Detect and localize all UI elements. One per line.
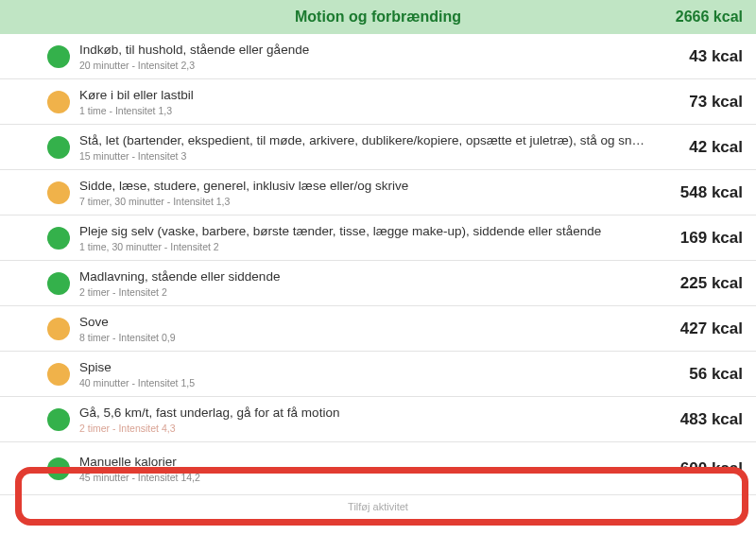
activity-kcal: 56 kcal [674,365,743,384]
activity-kcal: 73 kcal [674,93,743,112]
activity-title: Spise [79,359,674,376]
activity-subtitle: 1 time - Intensitet 1,3 [79,105,674,116]
panel-total: 2666 kcal [676,9,743,26]
activity-row[interactable]: Indkøb, til hushold, stående eller gåend… [0,34,756,79]
activity-subtitle: 8 timer - Intensitet 0,9 [79,332,665,343]
activity-kcal: 548 kcal [665,183,743,202]
activity-title: Stå, let (bartender, ekspedient, til mød… [79,132,674,149]
activity-subtitle: 20 minutter - Intensitet 2,3 [79,60,674,71]
activity-title: Indkøb, til hushold, stående eller gåend… [79,42,674,59]
activity-row[interactable]: Pleje sig selv (vaske, barbere, børste t… [0,216,756,261]
activity-body: Sidde, læse, studere, generel, inklusiv … [47,178,665,207]
intensity-dot-icon [47,408,70,431]
activity-row[interactable]: Spise 40 minutter - Intensitet 1,5 56 kc… [0,352,756,397]
add-activity-button[interactable]: Tilføj aktivitet [0,495,756,512]
activity-body: Sove 8 timer - Intensitet 0,9 [47,314,665,343]
intensity-dot-icon [47,272,70,295]
activity-row[interactable]: Madlavning, stående eller siddende 2 tim… [0,261,756,306]
activity-row[interactable]: Stå, let (bartender, ekspedient, til mød… [0,125,756,170]
activity-kcal: 225 kcal [665,274,743,293]
activity-title: Sidde, læse, studere, generel, inklusiv … [79,178,665,195]
activity-title: Køre i bil eller lastbil [79,87,674,104]
activity-subtitle: 15 minutter - Intensitet 3 [79,150,674,162]
activity-body: Stå, let (bartender, ekspedient, til mød… [47,132,674,162]
intensity-dot-icon [47,181,70,204]
activity-subtitle: 2 timer - Intensitet 4,3 [79,423,665,434]
intensity-dot-icon [47,136,70,159]
activity-panel: Motion og forbrænding 2666 kcal Indkøb, … [0,0,756,512]
intensity-dot-icon [47,45,70,68]
activity-list: Indkøb, til hushold, stående eller gåend… [0,34,756,495]
activity-subtitle: 45 minutter - Intensitet 14,2 [79,472,665,483]
intensity-dot-icon [47,363,70,386]
activity-title: Manuelle kalorier [79,454,665,471]
activity-row[interactable]: Gå, 5,6 km/t, fast underlag, gå for at f… [0,397,756,442]
activity-title: Sove [79,314,665,331]
activity-body: Madlavning, stående eller siddende 2 tim… [47,268,665,298]
activity-title: Madlavning, stående eller siddende [79,268,665,285]
activity-body: Gå, 5,6 km/t, fast underlag, gå for at f… [47,405,665,434]
intensity-dot-icon [47,91,70,113]
intensity-dot-icon [47,227,70,250]
activity-body: Spise 40 minutter - Intensitet 1,5 [47,359,674,388]
activity-title: Gå, 5,6 km/t, fast underlag, gå for at f… [79,405,665,422]
activity-row[interactable]: Sove 8 timer - Intensitet 0,9 427 kcal [0,306,756,352]
activity-kcal: 169 kcal [665,229,743,248]
activity-subtitle: 1 time, 30 minutter - Intensitet 2 [79,241,665,252]
activity-row[interactable]: Sidde, læse, studere, generel, inklusiv … [0,170,756,216]
activity-subtitle: 40 minutter - Intensitet 1,5 [79,377,674,388]
activity-kcal: 427 kcal [665,319,743,338]
activity-body: Manuelle kalorier 45 minutter - Intensit… [47,454,665,483]
panel-title: Motion og forbrænding [295,9,461,26]
activity-kcal: 483 kcal [665,410,743,429]
activity-subtitle: 7 timer, 30 minutter - Intensitet 1,3 [79,196,665,207]
activity-body: Pleje sig selv (vaske, barbere, børste t… [47,223,665,252]
activity-row[interactable]: Køre i bil eller lastbil 1 time - Intens… [0,79,756,125]
intensity-dot-icon [47,318,70,340]
activity-kcal: 600 kcal [665,459,743,478]
activity-kcal: 43 kcal [674,47,743,66]
panel-header: Motion og forbrænding 2666 kcal [0,0,756,34]
activity-row[interactable]: Manuelle kalorier 45 minutter - Intensit… [0,442,756,495]
activity-subtitle: 2 timer - Intensitet 2 [79,286,665,298]
intensity-dot-icon [47,457,70,480]
activity-body: Indkøb, til hushold, stående eller gåend… [47,42,674,71]
activity-title: Pleje sig selv (vaske, barbere, børste t… [79,223,665,240]
activity-kcal: 42 kcal [674,138,743,157]
activity-body: Køre i bil eller lastbil 1 time - Intens… [47,87,674,116]
